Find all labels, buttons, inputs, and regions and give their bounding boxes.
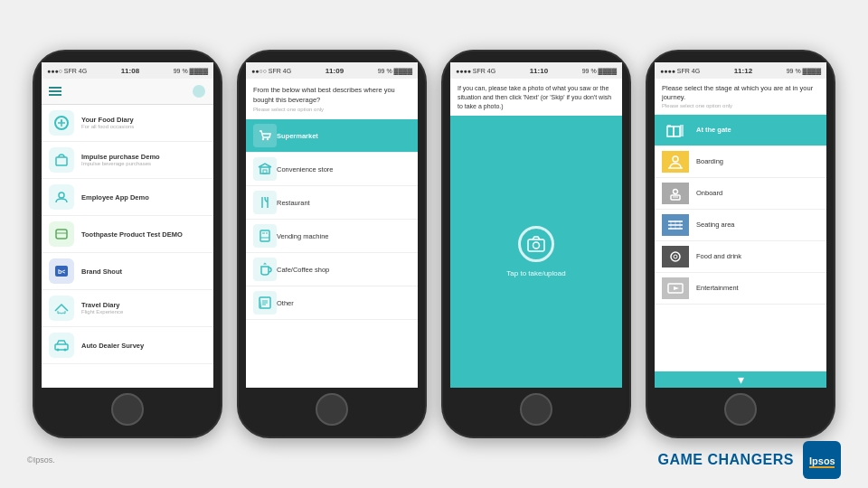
phone-3-battery: 99 % ▓▓▓▓ <box>582 68 617 74</box>
svg-point-13 <box>64 349 67 352</box>
photo-instruction-area: If you can, please take a photo of what … <box>450 79 622 116</box>
phone-2-question-hint: Please select one option only <box>253 107 410 112</box>
employee-app-text: Employee App Demo <box>81 193 206 202</box>
phone-4-home-button[interactable] <box>724 393 757 426</box>
employee-icon <box>49 184 74 210</box>
convenience-icon <box>253 157 277 181</box>
survey-option-other[interactable]: Other <box>246 286 418 320</box>
phone-2-carrier: ●●○○ SFR 4G <box>251 68 291 74</box>
phone-2-home-button[interactable] <box>316 393 348 426</box>
auto-dealer-icon <box>49 333 74 358</box>
main-container: ●●●○ SFR 4G 11:08 99 % ▓▓▓▓ <box>0 0 868 488</box>
svg-rect-32 <box>674 127 680 136</box>
phone-2-time: 11:09 <box>326 67 344 75</box>
stage-question-area: Please select the stage at which you are… <box>655 79 826 115</box>
restaurant-label: Restaurant <box>277 199 310 207</box>
brand-shout-icon: b< <box>49 258 74 284</box>
footer: ©Ipsos. GAME CHANGERS Ipsos <box>0 441 868 479</box>
svg-point-14 <box>262 138 264 140</box>
menu-item-employee-app[interactable]: Employee App Demo <box>42 179 213 216</box>
survey-option-convenience[interactable]: Convenience store <box>246 153 418 186</box>
toothpaste-text: Toothpaste Product Test DEMO <box>81 230 206 239</box>
phone-1-carrier: ●●●○ SFR 4G <box>47 68 87 74</box>
menu-item-food-diary[interactable]: Your Food Diary For all food occasions <box>42 105 213 142</box>
boarding-label: Boarding <box>696 157 723 165</box>
svg-point-46 <box>671 252 680 261</box>
svg-rect-52 <box>809 466 835 468</box>
phone-4-carrier: ●●●● SFR 4G <box>660 68 700 74</box>
menu-list: Your Food Diary For all food occasions I… <box>42 105 213 388</box>
onboard-label: Onboard <box>696 189 722 197</box>
phone-3-time: 11:10 <box>530 67 548 75</box>
phone-2-screen: ●●○○ SFR 4G 11:09 99 % ▓▓▓▓ From the bel… <box>246 62 418 388</box>
travel-text: Travel Diary Flight Experience <box>81 301 206 315</box>
stage-option-seating[interactable]: Seating area <box>655 210 826 241</box>
svg-rect-23 <box>266 232 268 234</box>
svg-text:b<: b< <box>58 268 65 275</box>
vending-label: Vending machine <box>277 232 329 240</box>
hamburger-icon[interactable] <box>49 87 61 96</box>
phone-1-header <box>42 79 213 105</box>
stage-option-at-gate[interactable]: At the gate <box>655 115 826 146</box>
phone-1-battery: 99 % ▓▓▓▓ <box>174 68 208 74</box>
other-label: Other <box>277 299 294 307</box>
stage-option-entertainment[interactable]: Entertainment <box>655 273 826 305</box>
supermarket-label: Supermarket <box>277 132 318 140</box>
svg-point-15 <box>267 138 269 140</box>
survey-option-supermarket[interactable]: Supermarket <box>246 119 418 153</box>
phone-2-question-area: From the below what best describes where… <box>246 79 418 119</box>
phone-3-carrier: ●●●● SFR 4G <box>456 68 495 74</box>
stage-option-onboard[interactable]: Onboard <box>655 178 826 210</box>
entertainment-label: Entertainment <box>696 284 739 292</box>
phone-2-question-text: From the below what best describes where… <box>253 86 410 105</box>
svg-rect-22 <box>262 232 265 234</box>
menu-item-travel[interactable]: Travel Diary Flight Experience <box>42 290 213 327</box>
phone-3-screen: ●●●● SFR 4G 11:10 99 % ▓▓▓▓ If you can, … <box>450 62 622 388</box>
supermarket-icon <box>253 124 277 147</box>
phone-2-options-list: Supermarket Convenience store <box>246 119 418 388</box>
phone-1-time: 11:08 <box>121 67 139 75</box>
food-drink-icon <box>662 246 689 267</box>
logo-icon <box>192 84 206 99</box>
seating-label: Seating area <box>696 221 735 229</box>
footer-copyright: ©Ipsos. <box>27 455 55 465</box>
svg-point-47 <box>674 255 677 258</box>
menu-item-impulse[interactable]: Impulse purchase Demo Impulse beverage p… <box>42 142 213 179</box>
food-diary-icon <box>49 110 74 136</box>
svg-rect-21 <box>260 230 269 241</box>
stage-chevron-bar[interactable]: ▾ <box>655 371 826 388</box>
stage-question-text: Please select the stage at which you are… <box>662 84 819 102</box>
menu-item-auto-dealer[interactable]: Auto Dealer Survey <box>42 327 213 364</box>
auto-dealer-text: Auto Dealer Survey <box>81 342 206 350</box>
survey-option-restaurant[interactable]: Restaurant <box>246 186 418 220</box>
stage-question-hint: Please select one option only <box>662 103 819 108</box>
menu-item-brand-shout[interactable]: b< Brand Shout <box>42 253 213 290</box>
phone-1-home-button[interactable] <box>111 393 144 426</box>
phone-1-screen: ●●●○ SFR 4G 11:08 99 % ▓▓▓▓ <box>42 62 213 388</box>
vending-icon <box>253 224 277 248</box>
food-drink-label: Food and drink <box>696 252 741 260</box>
svg-rect-7 <box>56 230 67 239</box>
svg-point-4 <box>61 120 62 122</box>
phone-2: ●●○○ SFR 4G 11:09 99 % ▓▓▓▓ From the bel… <box>237 50 427 438</box>
game-changers-text: GAME CHANGERS <box>657 452 794 468</box>
phone-4-screen: ●●●● SFR 4G 11:12 99 % ▓▓▓▓ Please selec… <box>655 62 826 388</box>
stage-option-food-drink[interactable]: Food and drink <box>655 241 826 273</box>
phone-3-home-button[interactable] <box>520 393 552 426</box>
survey-option-cafe[interactable]: Cafe/Coffee shop <box>246 253 418 286</box>
photo-tap-area[interactable]: Tap to take/upload <box>450 116 622 388</box>
svg-rect-5 <box>56 157 67 165</box>
phone-4-status-bar: ●●●● SFR 4G 11:12 99 % ▓▓▓▓ <box>655 62 826 79</box>
travel-icon <box>49 296 74 321</box>
svg-rect-29 <box>528 239 544 251</box>
photo-tap-label: Tap to take/upload <box>506 269 565 277</box>
ipsos-logo: Ipsos <box>803 441 841 479</box>
stage-option-boarding[interactable]: Boarding <box>655 146 826 178</box>
menu-item-toothpaste[interactable]: Toothpaste Product Test DEMO <box>42 216 213 253</box>
svg-text:Ipsos: Ipsos <box>809 455 835 466</box>
svg-marker-49 <box>674 286 679 290</box>
brand-shout-text: Brand Shout <box>81 267 206 276</box>
survey-option-vending[interactable]: Vending machine <box>246 220 418 253</box>
cafe-label: Cafe/Coffee shop <box>277 266 329 274</box>
svg-point-35 <box>673 156 678 162</box>
